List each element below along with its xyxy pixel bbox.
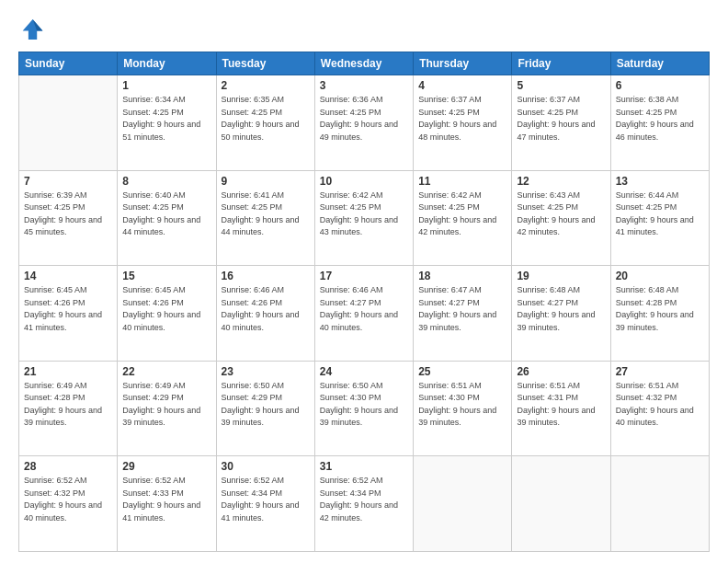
day-number: 22 (122, 365, 210, 378)
day-number: 6 (616, 79, 704, 92)
day-info: Sunrise: 6:39 AM Sunset: 4:25 PM Dayligh… (24, 190, 112, 239)
daylight: Daylight: 9 hours and 43 minutes. (320, 215, 398, 237)
day-info: Sunrise: 6:52 AM Sunset: 4:32 PM Dayligh… (24, 475, 112, 524)
sunrise: Sunrise: 6:52 AM (222, 476, 285, 485)
calendar-cell (512, 456, 610, 552)
calendar-cell: 24 Sunrise: 6:50 AM Sunset: 4:30 PM Dayl… (314, 361, 413, 456)
daylight: Daylight: 9 hours and 48 minutes. (418, 120, 496, 142)
sunrise: Sunrise: 6:52 AM (24, 476, 87, 485)
sunrise: Sunrise: 6:38 AM (616, 95, 679, 104)
daylight: Daylight: 9 hours and 39 minutes. (320, 406, 398, 428)
day-number: 10 (320, 175, 408, 188)
weekday-header-wednesday: Wednesday (314, 52, 413, 75)
weekday-header-friday: Friday (512, 52, 610, 75)
day-number: 29 (122, 460, 210, 473)
day-info: Sunrise: 6:49 AM Sunset: 4:28 PM Dayligh… (24, 380, 112, 430)
weekday-header-thursday: Thursday (414, 52, 512, 75)
daylight: Daylight: 9 hours and 40 minutes. (616, 406, 694, 428)
calendar-cell (610, 456, 709, 552)
calendar-cell: 6 Sunrise: 6:38 AM Sunset: 4:25 PM Dayli… (610, 75, 709, 171)
daylight: Daylight: 9 hours and 41 minutes. (616, 215, 694, 237)
sunset: Sunset: 4:25 PM (616, 108, 677, 117)
sunrise: Sunrise: 6:49 AM (122, 381, 186, 390)
day-number: 5 (517, 79, 605, 92)
sunset: Sunset: 4:32 PM (616, 393, 677, 402)
daylight: Daylight: 9 hours and 41 minutes. (222, 500, 300, 523)
sunrise: Sunrise: 6:42 AM (320, 190, 383, 200)
sunrise: Sunrise: 6:50 AM (320, 381, 383, 390)
day-info: Sunrise: 6:44 AM Sunset: 4:25 PM Dayligh… (616, 190, 704, 239)
day-info: Sunrise: 6:34 AM Sunset: 4:25 PM Dayligh… (122, 94, 210, 144)
sunrise: Sunrise: 6:36 AM (320, 95, 383, 104)
weekday-header-sunday: Sunday (19, 52, 118, 75)
daylight: Daylight: 9 hours and 44 minutes. (122, 215, 200, 237)
calendar-cell: 19 Sunrise: 6:48 AM Sunset: 4:27 PM Dayl… (512, 266, 610, 362)
sunrise: Sunrise: 6:46 AM (320, 285, 383, 294)
calendar-week-5: 28 Sunrise: 6:52 AM Sunset: 4:32 PM Dayl… (19, 456, 710, 552)
sunset: Sunset: 4:25 PM (517, 202, 578, 212)
sunset: Sunset: 4:26 PM (122, 298, 184, 307)
sunset: Sunset: 4:25 PM (616, 202, 677, 212)
sunset: Sunset: 4:28 PM (616, 298, 677, 307)
day-info: Sunrise: 6:47 AM Sunset: 4:27 PM Dayligh… (418, 284, 506, 334)
sunset: Sunset: 4:25 PM (320, 108, 381, 117)
sunrise: Sunrise: 6:37 AM (517, 95, 580, 104)
day-number: 21 (24, 365, 112, 378)
sunrise: Sunrise: 6:34 AM (122, 95, 186, 104)
day-number: 17 (320, 270, 408, 282)
daylight: Daylight: 9 hours and 39 minutes. (616, 310, 694, 332)
day-number: 2 (222, 79, 310, 92)
calendar-cell: 12 Sunrise: 6:43 AM Sunset: 4:25 PM Dayl… (512, 170, 610, 266)
calendar-cell: 10 Sunrise: 6:42 AM Sunset: 4:25 PM Dayl… (314, 170, 413, 266)
day-info: Sunrise: 6:38 AM Sunset: 4:25 PM Dayligh… (616, 94, 704, 144)
day-number: 9 (222, 175, 310, 188)
daylight: Daylight: 9 hours and 51 minutes. (122, 120, 200, 142)
sunrise: Sunrise: 6:52 AM (122, 476, 186, 485)
daylight: Daylight: 9 hours and 42 minutes. (517, 215, 595, 237)
daylight: Daylight: 9 hours and 44 minutes. (222, 215, 300, 237)
calendar-cell: 22 Sunrise: 6:49 AM Sunset: 4:29 PM Dayl… (118, 361, 216, 456)
day-info: Sunrise: 6:42 AM Sunset: 4:25 PM Dayligh… (418, 190, 506, 239)
calendar-cell: 18 Sunrise: 6:47 AM Sunset: 4:27 PM Dayl… (414, 266, 512, 362)
calendar-cell: 20 Sunrise: 6:48 AM Sunset: 4:28 PM Dayl… (610, 266, 709, 362)
daylight: Daylight: 9 hours and 41 minutes. (122, 500, 200, 523)
day-info: Sunrise: 6:37 AM Sunset: 4:25 PM Dayligh… (517, 94, 605, 144)
sunset: Sunset: 4:25 PM (24, 202, 85, 212)
calendar-cell: 15 Sunrise: 6:45 AM Sunset: 4:26 PM Dayl… (118, 266, 216, 362)
sunrise: Sunrise: 6:39 AM (24, 190, 87, 200)
sunrise: Sunrise: 6:51 AM (418, 381, 482, 390)
day-number: 30 (222, 460, 310, 473)
day-number: 3 (320, 79, 408, 92)
calendar-week-2: 7 Sunrise: 6:39 AM Sunset: 4:25 PM Dayli… (19, 170, 710, 266)
day-info: Sunrise: 6:51 AM Sunset: 4:30 PM Dayligh… (418, 380, 506, 430)
day-number: 8 (122, 175, 210, 188)
calendar-cell: 11 Sunrise: 6:42 AM Sunset: 4:25 PM Dayl… (414, 170, 512, 266)
day-info: Sunrise: 6:50 AM Sunset: 4:29 PM Dayligh… (222, 380, 310, 430)
weekday-header-row: SundayMondayTuesdayWednesdayThursdayFrid… (19, 52, 710, 75)
sunrise: Sunrise: 6:42 AM (418, 190, 482, 200)
sunrise: Sunrise: 6:48 AM (616, 285, 679, 294)
day-info: Sunrise: 6:46 AM Sunset: 4:27 PM Dayligh… (320, 284, 408, 334)
sunset: Sunset: 4:25 PM (122, 108, 184, 117)
calendar-cell: 4 Sunrise: 6:37 AM Sunset: 4:25 PM Dayli… (414, 75, 512, 171)
day-info: Sunrise: 6:50 AM Sunset: 4:30 PM Dayligh… (320, 380, 408, 430)
daylight: Daylight: 9 hours and 42 minutes. (418, 215, 496, 237)
sunrise: Sunrise: 6:50 AM (222, 381, 285, 390)
daylight: Daylight: 9 hours and 39 minutes. (418, 310, 496, 332)
sunset: Sunset: 4:25 PM (418, 202, 480, 212)
sunrise: Sunrise: 6:37 AM (418, 95, 482, 104)
sunset: Sunset: 4:27 PM (418, 298, 480, 307)
sunrise: Sunrise: 6:52 AM (320, 476, 383, 485)
calendar-cell: 30 Sunrise: 6:52 AM Sunset: 4:34 PM Dayl… (216, 456, 314, 552)
sunset: Sunset: 4:34 PM (222, 488, 283, 498)
header (18, 17, 710, 42)
day-number: 12 (517, 175, 605, 188)
day-number: 16 (222, 270, 310, 282)
page: SundayMondayTuesdayWednesdayThursdayFrid… (0, 0, 728, 563)
daylight: Daylight: 9 hours and 39 minutes. (418, 406, 496, 428)
sunrise: Sunrise: 6:51 AM (517, 381, 580, 390)
calendar-cell: 1 Sunrise: 6:34 AM Sunset: 4:25 PM Dayli… (118, 75, 216, 171)
day-number: 15 (122, 270, 210, 282)
calendar-week-1: 1 Sunrise: 6:34 AM Sunset: 4:25 PM Dayli… (19, 75, 710, 171)
calendar-cell: 26 Sunrise: 6:51 AM Sunset: 4:31 PM Dayl… (512, 361, 610, 456)
